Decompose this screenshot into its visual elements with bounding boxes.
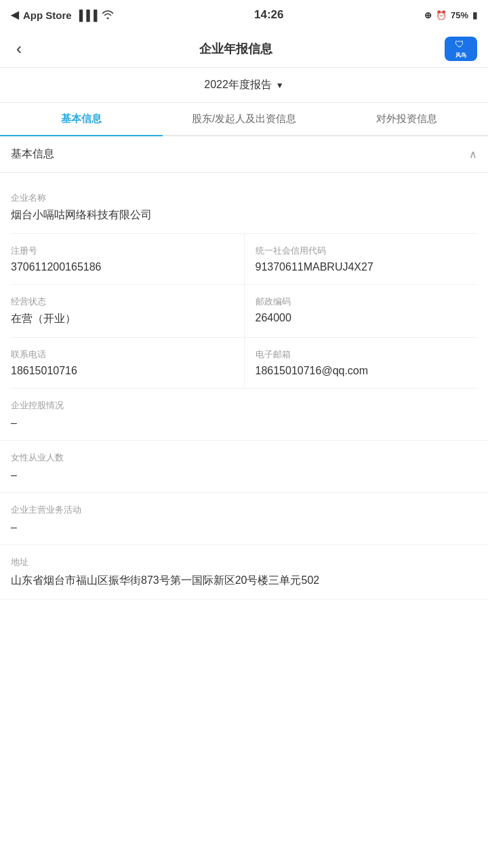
alarm-icon: ⏰	[436, 10, 447, 20]
battery-label: 75%	[451, 10, 468, 20]
field-female-employees: 女性从业人数 –	[0, 441, 488, 493]
tab-basic[interactable]: 基本信息	[0, 103, 163, 135]
field-holding-status: 企业控股情况 –	[0, 389, 488, 441]
field-registration-no: 注册号 370611200165186	[11, 234, 245, 284]
tab-shareholder[interactable]: 股东/发起人及出资信息	[163, 103, 325, 135]
status-bar: ◀ App Store ▐▐▐ 14:26 ⊕ ⏰ 75% ▮	[0, 0, 488, 30]
lock-icon: ⊕	[424, 10, 432, 20]
phone-label: 联系电话	[11, 349, 233, 361]
nav-bar: ‹ 企业年报信息 🛡 风鸟	[0, 30, 488, 68]
status-time: 14:26	[254, 8, 283, 22]
shield-icon: 🛡	[455, 39, 467, 51]
address-label: 地址	[11, 556, 477, 568]
reg-no-value: 370611200165186	[11, 261, 233, 273]
back-arrow-status: ◀	[11, 9, 19, 21]
field-unified-credit: 统一社会信用代码 91370611MABRUJ4X27	[245, 234, 478, 284]
field-group-status-postal: 经营状态 在营（开业） 邮政编码 264000	[11, 285, 477, 338]
field-main-business: 企业主营业务活动 –	[0, 493, 488, 545]
address-value: 山东省烟台市福山区振华街873号第一国际新区20号楼三单元502	[11, 574, 477, 588]
status-right: ⊕ ⏰ 75% ▮	[424, 10, 477, 20]
field-phone: 联系电话 18615010716	[11, 338, 245, 388]
status-left: ◀ App Store ▐▐▐	[11, 9, 114, 21]
credit-code-label: 统一社会信用代码	[256, 245, 478, 257]
chevron-down-icon: ▼	[276, 81, 284, 90]
field-email: 电子邮箱 18615010716@qq.com	[245, 338, 478, 388]
field-group-phone-email: 联系电话 18615010716 电子邮箱 18615010716@qq.com	[11, 338, 477, 389]
page-title: 企业年报信息	[199, 41, 272, 57]
collapse-icon: ∧	[469, 148, 477, 161]
holding-status-label: 企业控股情况	[11, 399, 477, 412]
email-value: 18615010716@qq.com	[256, 365, 478, 377]
report-selector[interactable]: 2022年度报告 ▼	[0, 68, 488, 103]
field-operating-status: 经营状态 在营（开业）	[11, 285, 245, 337]
main-business-value: –	[11, 521, 477, 534]
field-company-name: 企业名称 烟台小嗝咕网络科技有限公司	[11, 181, 477, 234]
field-postal-code: 邮政编码 264000	[245, 285, 478, 337]
postal-code-label: 邮政编码	[256, 296, 478, 308]
tab-bar: 基本信息 股东/发起人及出资信息 对外投资信息	[0, 103, 488, 136]
female-employees-value: –	[11, 469, 477, 481]
credit-code-value: 91370611MABRUJ4X27	[256, 261, 478, 273]
postal-code-value: 264000	[256, 312, 478, 324]
reg-no-label: 注册号	[11, 245, 233, 257]
app-logo: 🛡 风鸟	[445, 37, 477, 61]
back-button[interactable]: ‹	[11, 34, 27, 64]
phone-value: 18615010716	[11, 365, 233, 377]
carrier-label: App Store	[23, 9, 72, 21]
field-address: 地址 山东省烟台市福山区振华街873号第一国际新区20号楼三单元502	[0, 545, 488, 599]
info-content: 企业名称 烟台小嗝咕网络科技有限公司 注册号 370611200165186 统…	[0, 181, 488, 389]
female-employees-label: 女性从业人数	[11, 452, 477, 464]
operating-status-label: 经营状态	[11, 296, 233, 308]
section-header-basic[interactable]: 基本信息 ∧	[0, 136, 488, 173]
company-name-label: 企业名称	[11, 192, 477, 204]
wifi-icon	[102, 9, 114, 21]
operating-status-value: 在营（开业）	[11, 312, 233, 326]
field-group-reg-credit: 注册号 370611200165186 统一社会信用代码 91370611MAB…	[11, 234, 477, 285]
logo-text: 风鸟	[455, 52, 466, 59]
battery-icon: ▮	[472, 10, 477, 20]
email-label: 电子邮箱	[256, 349, 478, 361]
holding-status-value: –	[11, 417, 477, 429]
section-header-title: 基本信息	[11, 147, 54, 161]
signal-icon: ▐▐▐	[76, 9, 98, 21]
report-selector-label: 2022年度报告	[204, 78, 272, 92]
main-business-label: 企业主营业务活动	[11, 504, 477, 516]
company-name-value: 烟台小嗝咕网络科技有限公司	[11, 208, 477, 222]
tab-investment[interactable]: 对外投资信息	[325, 103, 488, 135]
